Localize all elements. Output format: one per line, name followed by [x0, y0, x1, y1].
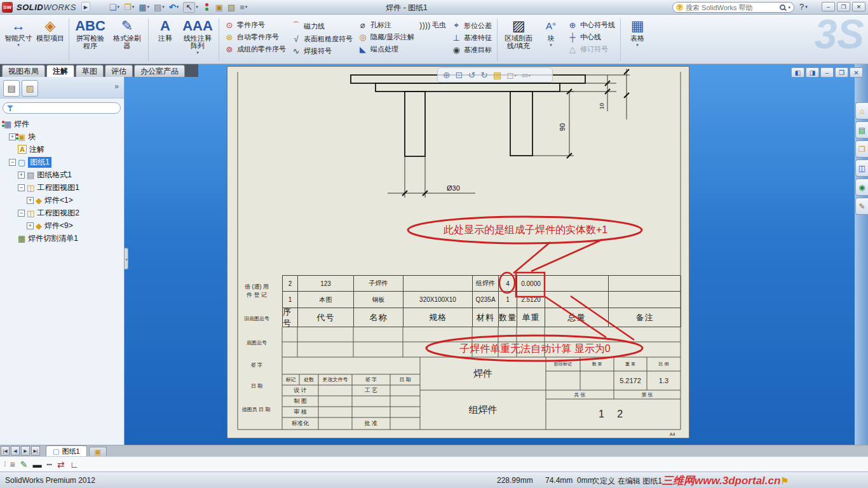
bom-cell[interactable]: 本图 — [298, 292, 354, 308]
selection-filter-button[interactable] — [201, 1, 212, 13]
hole-callout-button[interactable]: ⌀孔标注 — [358, 20, 414, 30]
tree-filter-input[interactable] — [17, 104, 116, 112]
dim-height-label[interactable]: 90 — [559, 123, 566, 131]
bom-cell[interactable]: 2 — [283, 276, 298, 292]
select-button[interactable]: ↖▾ — [182, 1, 199, 13]
tab-evaluate[interactable]: 评估 — [105, 65, 133, 77]
collapse-icon[interactable]: − — [18, 210, 25, 217]
tree-item-annotations[interactable]: A注解 — [0, 143, 124, 156]
bom-cell[interactable] — [609, 292, 681, 308]
bom-cell[interactable] — [609, 276, 681, 292]
bom-cell[interactable]: 320X100X10 — [403, 292, 473, 308]
tree-item-sheet-format1[interactable]: +▤图纸格式1 — [0, 168, 124, 181]
bom-cell[interactable]: 组焊件 — [473, 276, 499, 292]
bom-cell[interactable] — [545, 276, 609, 292]
graphics-area[interactable]: ◂ 2 123 子焊件 组焊件 4 0.0000 1 本图 钢板 320X100… — [125, 64, 855, 445]
toolbar-grip[interactable]: ⁞⁞ — [4, 461, 5, 468]
magnetic-line-button[interactable]: ⌒磁力线 — [291, 20, 353, 32]
print-button[interactable]: ▤▾ — [153, 1, 166, 13]
spell-checker-button[interactable]: ABC拼写检验程序 — [72, 16, 109, 64]
design-library-tab[interactable]: ▤ — [855, 121, 868, 139]
tab-office-products[interactable]: 办公室产品 — [134, 65, 185, 77]
collapse-icon[interactable]: − — [9, 159, 16, 166]
tree-item-weldment-1[interactable]: +◆焊件<1> — [0, 194, 124, 207]
zoom-fit-icon[interactable]: ⊕ — [443, 70, 451, 80]
tab-view-layout[interactable]: 视图布局 — [2, 65, 45, 77]
hide-show-edges-icon[interactable]: ∟ — [70, 459, 79, 470]
hide-show-items-icon[interactable]: ∞▾ — [522, 70, 531, 80]
dim-diameter-label[interactable]: Ø30 — [447, 184, 460, 192]
property-manager-tab[interactable]: ▨ — [22, 80, 38, 97]
center-mark-button[interactable]: ⊕中心符号线 — [567, 20, 615, 30]
datum-feature-button[interactable]: ⊥基准特征 — [451, 33, 492, 43]
model-items-button[interactable]: ◈模型项目 — [34, 16, 66, 64]
surface-finish-button[interactable]: √表面粗糙度符号 — [291, 34, 353, 44]
chevron-down-icon[interactable]: ▾ — [788, 5, 790, 10]
first-sheet-button[interactable]: |◀ — [1, 446, 10, 456]
minimize-button[interactable]: ‒ — [822, 2, 835, 11]
tree-item-weldment-root[interactable]: ▦焊件 — [0, 118, 124, 130]
bom-cell-unit-weight[interactable]: 0.0000 — [517, 276, 545, 292]
doc-close-button[interactable]: ✕ — [850, 67, 863, 78]
last-sheet-button[interactable]: ▶| — [31, 446, 40, 456]
panel-expand-icon[interactable]: » — [114, 82, 119, 91]
bom-cell[interactable]: 1 — [499, 292, 517, 308]
line-color-icon[interactable]: ✎ — [20, 459, 28, 470]
panel-splitter-handle[interactable]: ◂ — [125, 248, 128, 269]
tab-sketch[interactable]: 草图 — [76, 65, 104, 77]
bom-cell-entity-count[interactable]: 4 — [499, 276, 517, 292]
expand-icon[interactable]: + — [18, 172, 25, 179]
tree-item-cut-list[interactable]: ▦焊件切割清单1 — [0, 232, 124, 245]
custom-properties-tab[interactable]: ✎ — [855, 198, 868, 215]
bom-cell[interactable]: 钢板 — [354, 292, 403, 308]
sheet-tab-active[interactable]: ▢图纸1 — [46, 445, 87, 456]
weld-symbol-button[interactable]: ∿焊接符号 — [291, 46, 353, 56]
view-settings-icon[interactable]: ◻▾ — [506, 70, 517, 80]
tree-item-blocks[interactable]: +▣块 — [0, 130, 124, 143]
close-button[interactable]: ✕ — [852, 2, 865, 11]
tree-item-drawing-view1[interactable]: −◫工程图视图1 — [0, 181, 124, 194]
area-hatch-button[interactable]: ▨区域剖面线/填充 — [500, 16, 537, 64]
tree-item-weldment-9[interactable]: +◆焊件<9> — [0, 219, 124, 232]
line-thickness-icon[interactable]: ▬ — [32, 459, 41, 470]
pane-right-button[interactable]: ◨ — [806, 67, 819, 78]
linear-note-pattern-button[interactable]: AAA线性注释阵列▾ — [179, 16, 216, 64]
undo-button[interactable]: ↶▾ — [168, 1, 180, 13]
annotation-properties-button[interactable]: ▨ — [226, 1, 236, 13]
line-style-icon[interactable]: ┅ — [46, 459, 51, 470]
help-search-box[interactable]: ? ▾ — [672, 2, 794, 13]
options-button[interactable]: ≡▾ — [238, 1, 248, 13]
search-input[interactable] — [686, 4, 777, 11]
bom-cell[interactable]: 子焊件 — [354, 276, 403, 292]
menu-expand-button[interactable]: ▶ — [81, 2, 90, 12]
new-document-button[interactable]: ❏▾ — [108, 1, 121, 13]
hide-show-annotations-button[interactable]: ◎隐藏/显示注解 — [358, 32, 414, 42]
expand-icon[interactable]: + — [27, 222, 34, 229]
tree-filter[interactable] — [3, 102, 121, 114]
bom-cell[interactable]: 2.5120 — [517, 292, 545, 308]
view-palette-tab[interactable]: ◫ — [855, 159, 868, 177]
zoom-area-icon[interactable]: ⊡ — [456, 70, 463, 80]
search-icon[interactable] — [780, 4, 785, 10]
block-button[interactable]: A°块▾ — [537, 16, 565, 64]
tree-item-drawing-view2[interactable]: −◫工程图视图2 — [0, 207, 124, 219]
feature-manager-tab[interactable]: ▤ — [3, 80, 20, 97]
color-display-mode-icon[interactable]: ⇄ — [57, 459, 65, 470]
doc-restore-button[interactable]: ❐ — [835, 67, 848, 78]
note-button[interactable]: A注释 — [151, 16, 179, 64]
bom-cell[interactable] — [545, 292, 609, 308]
expand-icon[interactable]: + — [9, 133, 16, 140]
file-explorer-tab[interactable]: ❐ — [855, 140, 868, 158]
layer-properties-icon[interactable]: ≡ — [10, 459, 15, 470]
sheet-properties-icon[interactable]: ▤ — [493, 70, 501, 80]
bom-table[interactable]: 2 123 子焊件 组焊件 4 0.0000 1 本图 钢板 320X100X1… — [282, 275, 681, 327]
document-properties-button[interactable]: ▣ — [214, 1, 224, 13]
bom-cell[interactable]: Q235A — [473, 292, 499, 308]
doc-minimize-button[interactable]: ‒ — [820, 67, 834, 78]
next-sheet-button[interactable]: ▶ — [21, 446, 30, 456]
group-balloon-button[interactable]: ⊚成组的零件序号 — [224, 44, 286, 54]
table-button[interactable]: ▦表格▾ — [623, 16, 651, 64]
dim-thickness-label[interactable]: 10 — [599, 103, 605, 109]
open-document-button[interactable]: ❐▾ — [123, 1, 135, 13]
bom-cell[interactable]: 123 — [298, 276, 354, 292]
